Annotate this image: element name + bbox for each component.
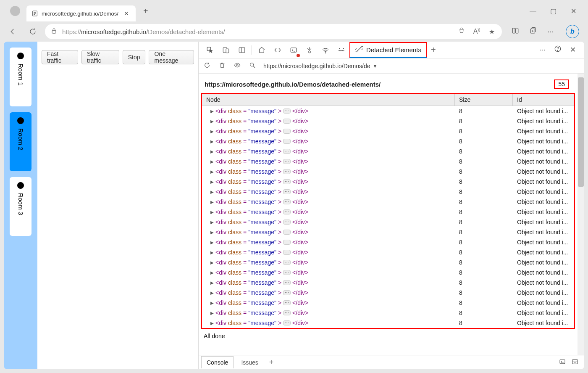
browser-tab[interactable]: microsoftedge.github.io/Demos/ ✕	[26, 5, 136, 21]
table-row[interactable]: ▶<div class="message">⋯</div>8Object not…	[202, 288, 574, 298]
device-toggle-icon[interactable]	[218, 42, 234, 58]
table-row[interactable]: ▶<div class="message">⋯</div>8Object not…	[202, 116, 574, 126]
expand-triangle-icon[interactable]: ▶	[210, 230, 214, 235]
detached-elements-tab[interactable]: Detached Elements	[349, 42, 427, 58]
ellipsis-pill-icon[interactable]: ⋯	[283, 209, 291, 214]
table-row[interactable]: ▶<div class="message">⋯</div>8Object not…	[202, 136, 574, 146]
expand-triangle-icon[interactable]: ▶	[210, 291, 214, 295]
expand-triangle-icon[interactable]: ▶	[210, 200, 214, 204]
ellipsis-pill-icon[interactable]: ⋯	[283, 240, 291, 245]
table-row[interactable]: ▶<div class="message">⋯</div>8Object not…	[202, 237, 574, 247]
table-row[interactable]: ▶<div class="message">⋯</div>8Object not…	[202, 308, 574, 318]
expand-triangle-icon[interactable]: ▶	[210, 240, 214, 245]
refresh-icon[interactable]	[203, 62, 211, 70]
sidebar-room-button[interactable]: Room 2	[10, 112, 32, 171]
expand-triangle-icon[interactable]: ▶	[210, 321, 214, 325]
table-row[interactable]: ▶<div class="message">⋯</div>8Object not…	[202, 197, 574, 207]
ellipsis-pill-icon[interactable]: ⋯	[283, 169, 291, 174]
expand-triangle-icon[interactable]: ▶	[210, 311, 214, 315]
expand-triangle-icon[interactable]: ▶	[210, 301, 214, 305]
table-row[interactable]: ▶<div class="message">⋯</div>8Object not…	[202, 278, 574, 288]
traffic-button[interactable]: Fast traffic	[42, 50, 78, 64]
collections-icon[interactable]	[528, 27, 538, 37]
table-row[interactable]: ▶<div class="message">⋯</div>8Object not…	[202, 187, 574, 197]
drawer-tab-issues[interactable]: Issues	[236, 357, 263, 368]
ellipsis-pill-icon[interactable]: ⋯	[283, 149, 291, 154]
close-tab-icon[interactable]: ✕	[122, 9, 131, 18]
ellipsis-pill-icon[interactable]: ⋯	[283, 270, 291, 275]
ellipsis-pill-icon[interactable]: ⋯	[283, 119, 291, 124]
expand-triangle-icon[interactable]: ▶	[210, 119, 214, 124]
devtools-help-icon[interactable]	[553, 45, 562, 55]
traffic-button[interactable]: Stop	[123, 50, 146, 64]
table-row[interactable]: ▶<div class="message">⋯</div>8Object not…	[202, 217, 574, 227]
devtools-close-icon[interactable]: ✕	[568, 45, 578, 54]
traffic-button[interactable]: One message	[149, 50, 194, 64]
expand-triangle-icon[interactable]: ▶	[210, 139, 214, 144]
delete-icon[interactable]	[218, 62, 226, 70]
ellipsis-pill-icon[interactable]: ⋯	[283, 179, 291, 184]
eye-icon[interactable]	[233, 62, 242, 70]
ellipsis-pill-icon[interactable]: ⋯	[283, 199, 291, 204]
inspect-element-icon[interactable]	[202, 42, 218, 58]
ellipsis-pill-icon[interactable]: ⋯	[283, 108, 291, 114]
ellipsis-pill-icon[interactable]: ⋯	[283, 280, 291, 285]
expand-triangle-icon[interactable]: ▶	[210, 190, 214, 194]
ellipsis-pill-icon[interactable]: ⋯	[283, 129, 291, 134]
minimize-icon[interactable]: —	[528, 7, 538, 15]
table-row[interactable]: ▶<div class="message">⋯</div>8Object not…	[202, 318, 574, 328]
expand-triangle-icon[interactable]: ▶	[210, 129, 214, 134]
network-tab-icon[interactable]	[318, 42, 333, 58]
elements-tab-icon[interactable]	[270, 42, 286, 58]
expand-triangle-icon[interactable]: ▶	[210, 260, 214, 265]
expand-triangle-icon[interactable]: ▶	[210, 159, 214, 164]
site-lock-icon[interactable]	[51, 28, 57, 35]
table-row[interactable]: ▶<div class="message">⋯</div>8Object not…	[202, 156, 574, 167]
sources-tab-icon[interactable]	[302, 42, 318, 58]
table-row[interactable]: ▶<div class="message">⋯</div>8Object not…	[202, 227, 574, 237]
new-tab-button[interactable]: +	[136, 6, 156, 16]
drawer-errors-icon[interactable]	[559, 358, 566, 366]
drawer-expand-icon[interactable]	[572, 358, 578, 366]
table-row[interactable]: ▶<div class="message">⋯</div>8Object not…	[202, 106, 574, 116]
expand-triangle-icon[interactable]: ▶	[210, 149, 214, 154]
expand-triangle-icon[interactable]: ▶	[210, 109, 214, 114]
ellipsis-pill-icon[interactable]: ⋯	[283, 290, 291, 295]
profile-avatar[interactable]	[10, 6, 20, 16]
expand-triangle-icon[interactable]: ▶	[210, 280, 214, 285]
address-bar[interactable]: https://microsoftedge.github.io/Demos/de…	[45, 24, 502, 39]
read-aloud-icon[interactable]: A))	[472, 28, 481, 35]
expand-triangle-icon[interactable]: ▶	[210, 169, 214, 174]
expand-triangle-icon[interactable]: ▶	[210, 210, 214, 214]
more-menu-icon[interactable]: ···	[546, 27, 556, 36]
performance-tab-icon[interactable]	[333, 42, 349, 58]
ellipsis-pill-icon[interactable]: ⋯	[283, 300, 291, 305]
sidebar-room-button[interactable]: Room 3	[10, 177, 32, 236]
table-row[interactable]: ▶<div class="message">⋯</div>8Object not…	[202, 267, 574, 278]
table-row[interactable]: ▶<div class="message">⋯</div>8Object not…	[202, 207, 574, 217]
favorite-star-icon[interactable]: ★	[488, 28, 496, 36]
table-row[interactable]: ▶<div class="message">⋯</div>8Object not…	[202, 146, 574, 156]
ellipsis-pill-icon[interactable]: ⋯	[283, 220, 291, 225]
split-screen-icon[interactable]	[510, 27, 520, 37]
col-header-size[interactable]: Size	[455, 94, 513, 106]
ellipsis-pill-icon[interactable]: ⋯	[283, 189, 291, 194]
close-window-icon[interactable]: ✕	[568, 7, 578, 15]
reload-button[interactable]	[25, 24, 41, 40]
expand-triangle-icon[interactable]: ▶	[210, 270, 214, 275]
table-row[interactable]: ▶<div class="message">⋯</div>8Object not…	[202, 257, 574, 267]
welcome-tab-icon[interactable]	[254, 42, 270, 58]
ellipsis-pill-icon[interactable]: ⋯	[283, 260, 291, 265]
more-tabs-button[interactable]: +	[427, 45, 440, 55]
dock-side-icon[interactable]	[234, 42, 250, 58]
ellipsis-pill-icon[interactable]: ⋯	[283, 139, 291, 144]
table-row[interactable]: ▶<div class="message">⋯</div>8Object not…	[202, 247, 574, 257]
ellipsis-pill-icon[interactable]: ⋯	[283, 320, 291, 325]
target-dropdown[interactable]: https://microsoftedge.github.io/Demos/de…	[263, 63, 377, 69]
back-button[interactable]	[5, 24, 21, 40]
drawer-tab-console[interactable]: Console	[201, 356, 234, 368]
expand-triangle-icon[interactable]: ▶	[210, 180, 214, 184]
ellipsis-pill-icon[interactable]: ⋯	[283, 230, 291, 235]
expand-triangle-icon[interactable]: ▶	[210, 220, 214, 225]
expand-triangle-icon[interactable]: ▶	[210, 250, 214, 255]
